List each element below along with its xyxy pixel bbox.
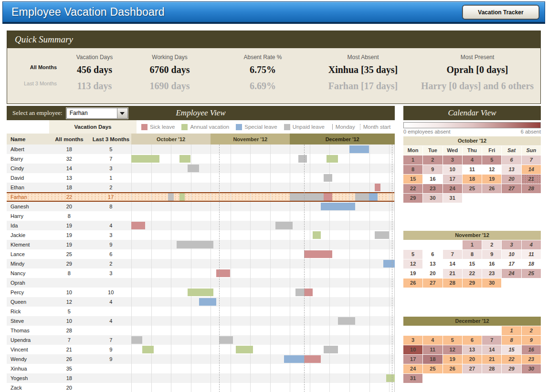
- weekday-label: Sun: [522, 146, 541, 155]
- calendar-cell-empty: [482, 374, 501, 383]
- employee-all-months-value: 18: [48, 375, 91, 381]
- calendar-day: 26: [482, 184, 501, 193]
- calendar-day: 20: [463, 355, 482, 364]
- calendar-cell-empty: [443, 374, 462, 383]
- calendar-day: 6: [463, 336, 482, 345]
- summary-column-label: Working Days: [126, 54, 214, 64]
- employee-all-months-value: 12: [48, 299, 91, 305]
- legend-item-label: Unpaid leave: [293, 124, 325, 130]
- employee-all-months-value: 14: [48, 165, 91, 171]
- employee-last-3-months-value: 8: [91, 204, 131, 209]
- page-title: Employee Vacation Dashboard: [11, 2, 165, 22]
- calendar-day: 11: [463, 165, 482, 174]
- employee-gantt-track: [131, 316, 394, 326]
- employee-gantt-track: [131, 288, 394, 297]
- column-header-name: Name: [7, 136, 48, 142]
- legend-item-label: Sick leave: [150, 124, 175, 130]
- calendar-day: 12: [403, 259, 422, 268]
- calendar-day: 17: [502, 259, 521, 268]
- calendar-day: 24: [502, 269, 521, 278]
- calendar-month-header: December '12: [403, 317, 541, 326]
- summary-column-label: Vacation Days: [63, 54, 126, 64]
- employee-name: Albert: [7, 146, 48, 152]
- employee-gantt-track: [131, 183, 394, 192]
- calendar-day: 25: [463, 184, 482, 193]
- calendar-cell-empty: [403, 326, 422, 335]
- employee-name: Nancy: [7, 270, 48, 276]
- employee-name: Percy: [7, 289, 48, 295]
- weekday-label: Sat: [502, 146, 521, 155]
- employee-all-months-value: 19: [48, 242, 91, 248]
- employee-select-value[interactable]: Farhan: [67, 108, 117, 118]
- calendar-day: 14: [443, 259, 462, 268]
- gantt-bar-annual: [313, 231, 321, 239]
- calendar-day: 18: [463, 175, 482, 184]
- quick-summary-body: All Months Last 3 Months Vacation Days45…: [7, 48, 540, 103]
- employee-gantt-track: [131, 364, 394, 373]
- employee-view-title: Employee View: [7, 108, 395, 118]
- employee-last-3-months-value: 7: [91, 156, 131, 162]
- employee-last-3-months-value: 3: [91, 165, 131, 171]
- calendar-day: 21: [482, 355, 501, 364]
- calendar-day: 27: [502, 184, 521, 193]
- calendar-day: 2: [482, 240, 501, 249]
- employee-gantt-track: [131, 202, 394, 211]
- calendar-cell-empty: [502, 194, 521, 203]
- vacation-days-tab: Vacation Days: [48, 120, 138, 134]
- calendar-day: 8: [463, 250, 482, 259]
- gantt-bar-unpaid: [338, 317, 355, 325]
- calendar-cell-empty: [463, 326, 482, 335]
- calendar-cell-empty: [463, 374, 482, 383]
- calendar-day: 14: [522, 165, 541, 174]
- calendar-cell-empty: [463, 194, 482, 203]
- employee-all-months-value: 25: [48, 251, 91, 257]
- scale-min-label: 0 employees absent: [403, 129, 450, 134]
- chevron-down-icon[interactable]: [117, 108, 127, 118]
- weekday-label: Mon: [403, 146, 422, 155]
- calendar-day: 16: [522, 345, 541, 354]
- calendar-day: 24: [443, 184, 462, 193]
- employee-name: Zack: [7, 385, 48, 391]
- calendar-day: 1: [502, 326, 521, 335]
- employee-name: Yogesh: [7, 375, 48, 381]
- calendar-day: 29: [502, 364, 521, 373]
- calendar-day: 6: [502, 155, 521, 165]
- gantt-bar-annual: [179, 155, 191, 163]
- calendar-cell-empty: [502, 279, 521, 288]
- employee-name: Xinhua: [7, 366, 48, 371]
- employee-name: Lance: [7, 251, 48, 257]
- special-leave-swatch-icon: [236, 124, 242, 130]
- calendar-day: 15: [502, 345, 521, 354]
- legend-item: Unpaid leave: [284, 124, 325, 130]
- gantt-bar-unpaid: [298, 155, 307, 163]
- employee-all-months-value: 10: [48, 289, 91, 295]
- calendar-day: 5: [482, 155, 501, 165]
- column-header-last-3-months: Last 3 Months: [91, 136, 131, 142]
- gantt-bar-unpaid: [177, 241, 213, 248]
- employee-name: Ida: [7, 223, 48, 228]
- employee-gantt-track: [131, 326, 394, 335]
- employee-all-months-value: 13: [48, 175, 91, 181]
- employee-all-months-value: 8: [48, 270, 91, 276]
- employee-select[interactable]: Farhan: [66, 108, 128, 119]
- employee-gantt-track: [131, 259, 394, 268]
- calendar-weekday-row: MonTueWedThuFriSatSun: [403, 146, 541, 155]
- calendar-day: 22: [403, 184, 422, 193]
- employee-last-3-months-value: 9: [91, 242, 131, 248]
- table-header-row: Name All months Last 3 Months October '1…: [7, 134, 395, 144]
- summary-value-all-months: 6760 days: [126, 64, 214, 81]
- gantt-bar-unpaid: [219, 336, 233, 344]
- vacation-tracker-button[interactable]: Vacation Tracker: [463, 5, 539, 19]
- gantt-bar-unpaid: [324, 346, 338, 353]
- gantt-bar-unpaid: [275, 222, 293, 229]
- calendar-cell-empty: [423, 374, 442, 383]
- employee-last-3-months-value: 2: [91, 185, 131, 190]
- employee-name: Ethan: [7, 185, 48, 190]
- employee-row-david: David131: [7, 173, 394, 183]
- employee-row-queen: Queen124: [7, 297, 394, 307]
- employee-row-steve: Steve104: [7, 316, 394, 326]
- calendar-day: 28: [482, 364, 501, 373]
- calendar-cell-empty: [502, 374, 521, 383]
- employee-all-months-value: 7: [48, 337, 91, 343]
- employee-name: Wendy: [7, 356, 48, 362]
